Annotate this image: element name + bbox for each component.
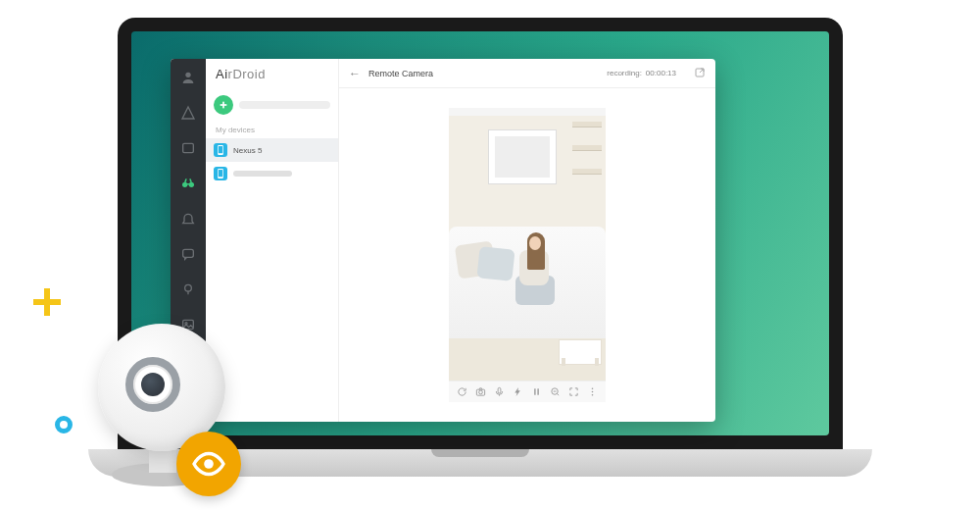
- phone-icon: [214, 167, 227, 180]
- fullscreen-icon[interactable]: [568, 386, 580, 398]
- phone-preview: [449, 108, 606, 402]
- rotate-icon[interactable]: [457, 386, 468, 398]
- camera-view: [339, 88, 715, 422]
- plus-yellow-decoration: [33, 288, 61, 316]
- camera-icon[interactable]: [475, 386, 487, 398]
- nav-chat-icon[interactable]: [179, 245, 197, 263]
- back-arrow-icon[interactable]: ←: [349, 67, 361, 80]
- device-item-nexus5[interactable]: Nexus 5: [206, 138, 338, 162]
- svg-point-10: [182, 182, 187, 187]
- nav-binoculars-icon[interactable]: [179, 175, 197, 192]
- svg-rect-13: [183, 249, 194, 257]
- zoom-out-icon[interactable]: [550, 386, 562, 398]
- user-name-placeholder: [239, 101, 330, 109]
- svg-rect-9: [183, 143, 194, 152]
- page-title: Remote Camera: [368, 69, 433, 78]
- svg-point-11: [189, 182, 194, 187]
- user-row[interactable]: [206, 88, 338, 122]
- svg-rect-12: [187, 183, 190, 184]
- camera-controls: [449, 381, 606, 402]
- svg-rect-27: [534, 388, 535, 394]
- circle-blue-decoration: [55, 416, 73, 434]
- app-title: AirDroid: [206, 59, 338, 88]
- main-content: ← Remote Camera recording: 00:00:13: [339, 59, 715, 422]
- nav-send-icon[interactable]: [179, 104, 197, 122]
- phone-icon: [214, 143, 227, 157]
- content-header: ← Remote Camera recording: 00:00:13: [339, 59, 715, 88]
- devices-section-label: My devices: [206, 122, 338, 138]
- nav-files-icon[interactable]: [179, 139, 197, 157]
- nav-bell-icon[interactable]: [179, 210, 197, 228]
- phone-statusbar: [449, 108, 606, 116]
- svg-point-25: [479, 390, 483, 394]
- svg-rect-26: [498, 387, 501, 393]
- app-window: AirDroid My devices Nexus 5: [171, 59, 715, 422]
- svg-point-32: [592, 387, 594, 389]
- svg-rect-28: [537, 388, 538, 394]
- flash-icon[interactable]: [513, 386, 524, 398]
- svg-point-33: [592, 391, 594, 393]
- svg-point-8: [185, 73, 190, 77]
- more-icon[interactable]: [587, 386, 599, 398]
- nav-earbud-icon[interactable]: [179, 280, 197, 298]
- svg-point-14: [185, 284, 192, 291]
- camera-feed-image: [449, 116, 606, 381]
- svg-line-2: [921, 106, 931, 118]
- nav-profile-icon[interactable]: [179, 69, 197, 86]
- popout-icon[interactable]: [694, 67, 706, 80]
- pause-icon[interactable]: [531, 386, 543, 398]
- device-name-placeholder: [233, 171, 292, 177]
- svg-rect-22: [219, 170, 222, 177]
- mic-icon[interactable]: [494, 386, 506, 398]
- svg-point-34: [592, 394, 594, 396]
- device-name: Nexus 5: [233, 146, 262, 155]
- svg-point-35: [204, 459, 214, 469]
- eye-badge-icon: [176, 432, 241, 496]
- svg-rect-18: [220, 104, 227, 106]
- svg-line-31: [557, 393, 559, 395]
- user-avatar-icon: [214, 95, 233, 115]
- recording-status: recording: 00:00:13: [607, 69, 676, 77]
- svg-rect-20: [219, 146, 222, 153]
- device-item-2[interactable]: [206, 162, 338, 185]
